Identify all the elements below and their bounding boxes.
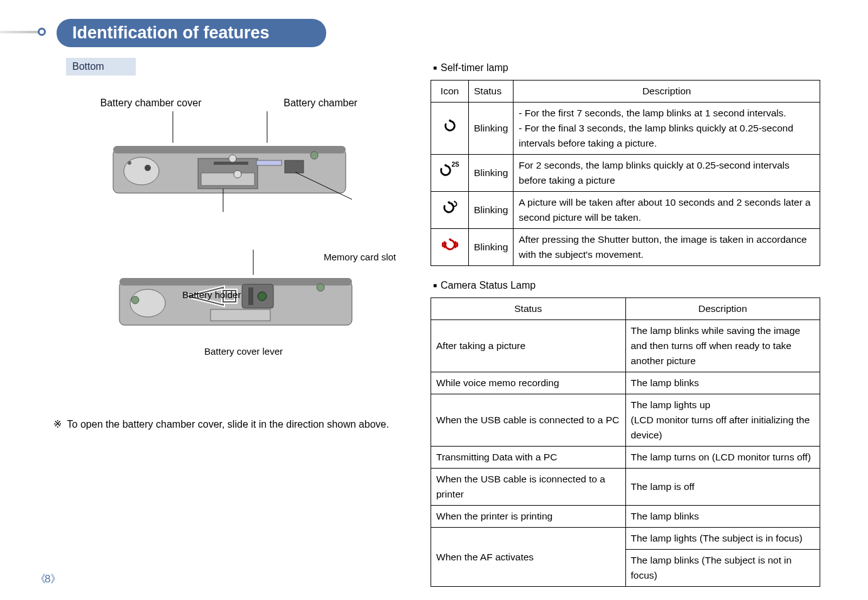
table-row: When the USB cable is iconnected to a pr… <box>431 469 820 506</box>
cell-desc: The lamp blinks <box>625 506 820 528</box>
callout-battery-cover: Battery chamber cover <box>66 97 236 109</box>
title-lead-line <box>0 31 40 33</box>
open-cover-note: ※ To open the battery chamber cover, sli… <box>53 418 389 430</box>
cell-desc: The lamp is off <box>625 469 820 506</box>
table-row: 2S Blinking For 2 seconds, the lamp blin… <box>431 155 820 192</box>
svg-point-33 <box>448 201 450 204</box>
svg-point-35 <box>449 238 451 241</box>
timer-2s-icon: 2S <box>439 164 460 182</box>
cell-status: When the AF activates <box>431 528 626 587</box>
svg-point-14 <box>310 152 318 159</box>
page-title: Identification of features <box>57 19 326 47</box>
callout-battery-holder: Battery holder <box>182 289 241 300</box>
svg-point-34 <box>454 201 455 202</box>
table-row: While voice memo recording The lamp blin… <box>431 372 820 394</box>
cell-desc: The lamp blinks <box>625 372 820 394</box>
table-row: Blinking A picture will be taken after a… <box>431 192 820 229</box>
table-row: Transmitting Data with a PC The lamp tur… <box>431 447 820 469</box>
callout-cover-lever: Battery cover lever <box>204 346 283 357</box>
table-row: When the USB cable is connected to a PC … <box>431 394 820 447</box>
table-row: After taking a picture The lamp blinks w… <box>431 320 820 372</box>
col-desc: Description <box>625 298 820 320</box>
svg-point-6 <box>128 161 131 165</box>
table-row: When the printer is printing The lamp bl… <box>431 506 820 528</box>
svg-point-10 <box>229 155 236 162</box>
cell-status: Blinking <box>469 229 514 266</box>
cell-status: When the USB cable is iconnected to a pr… <box>431 469 626 506</box>
camera-bottom-illustration <box>101 111 371 212</box>
table-row: Blinking - For the first 7 seconds, the … <box>431 103 820 155</box>
page-number: 《8》 <box>35 572 60 586</box>
svg-rect-12 <box>256 160 282 165</box>
cell-desc: The lamp lights up (LCD monitor turns of… <box>625 394 820 447</box>
cell-desc: The lamp lights (The subject is in focus… <box>625 528 820 550</box>
cell-status: Blinking <box>469 155 514 192</box>
cell-desc: After pressing the Shutter button, the i… <box>514 229 820 266</box>
table-row: When the AF activates The lamp lights (T… <box>431 528 820 550</box>
note-text: To open the battery chamber cover, slide… <box>67 419 389 430</box>
col-status: Status <box>469 81 514 103</box>
note-marker: ※ <box>53 419 62 430</box>
cell-desc: For 2 seconds, the lamp blinks quickly a… <box>514 155 820 192</box>
callout-battery-chamber: Battery chamber <box>236 97 405 109</box>
self-timer-heading: ■Self-timer lamp <box>433 62 820 74</box>
col-desc: Description <box>514 81 820 103</box>
svg-point-21 <box>131 296 139 304</box>
cell-status: Transmitting Data with a PC <box>431 447 626 469</box>
left-column: Battery chamber cover Battery chamber Me… <box>66 97 405 338</box>
cell-status: Blinking <box>469 103 514 155</box>
timer-10s-icon <box>443 119 457 138</box>
svg-point-30 <box>317 284 324 291</box>
svg-rect-24 <box>248 287 253 305</box>
camera-status-table: Status Description After taking a pictur… <box>431 297 820 587</box>
cell-desc: The lamp blinks (The subject is not in f… <box>625 550 820 587</box>
svg-rect-3 <box>113 146 346 153</box>
svg-point-11 <box>234 170 241 178</box>
title-bar: Identification of features <box>38 19 307 47</box>
col-status: Status <box>431 298 626 320</box>
title-dot-icon <box>38 28 46 36</box>
svg-point-25 <box>258 292 266 301</box>
cell-status: When the printer is printing <box>431 506 626 528</box>
svg-point-31 <box>449 119 451 122</box>
self-timer-table: Icon Status Description Blinking - For t… <box>431 80 820 266</box>
bullet-icon: ■ <box>433 64 437 71</box>
svg-point-5 <box>145 165 151 171</box>
timer-motion-icon <box>441 238 459 257</box>
col-icon: Icon <box>431 81 469 103</box>
svg-rect-22 <box>211 309 270 321</box>
cell-status: While voice memo recording <box>431 372 626 394</box>
cell-desc: - For the first 7 seconds, the lamp blin… <box>514 103 820 155</box>
table-row: Blinking After pressing the Shutter butt… <box>431 229 820 266</box>
cell-desc: The lamp blinks while saving the image a… <box>625 320 820 372</box>
cell-desc: A picture will be taken after about 10 s… <box>514 192 820 229</box>
cell-status: After taking a picture <box>431 320 626 372</box>
camera-status-heading: ■Camera Status Lamp <box>433 280 820 291</box>
cell-status: When the USB cable is connected to a PC <box>431 394 626 447</box>
callout-memory-slot: Memory card slot <box>324 252 396 262</box>
timer-double-icon <box>442 201 458 219</box>
cell-desc: The lamp turns on (LCD monitor turns off… <box>625 447 820 469</box>
svg-rect-13 <box>285 160 304 173</box>
right-column: ■Self-timer lamp Icon Status Description… <box>431 60 820 587</box>
svg-rect-8 <box>201 173 255 186</box>
cell-status: Blinking <box>469 192 514 229</box>
bullet-icon: ■ <box>433 282 437 289</box>
section-bottom-label: Bottom <box>66 58 136 75</box>
svg-rect-19 <box>119 278 352 286</box>
svg-point-32 <box>445 164 448 167</box>
